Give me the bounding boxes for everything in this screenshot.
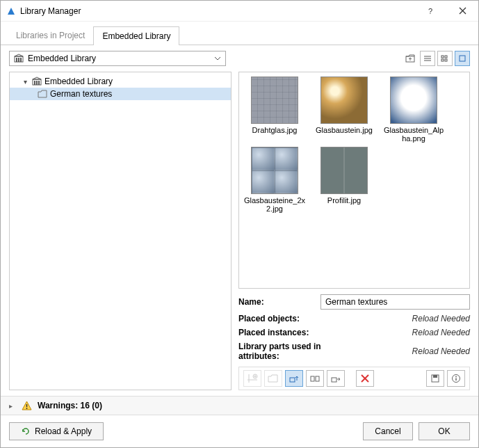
- svg-rect-6: [18, 58, 19, 62]
- reload-apply-button[interactable]: Reload & Apply: [9, 422, 104, 440]
- svg-marker-8: [15, 54, 23, 56]
- library-tree[interactable]: ▾ Embedded Library German textures: [9, 72, 232, 390]
- svg-rect-7: [20, 58, 22, 62]
- library-parts-label: Library parts used in attributes:: [238, 342, 352, 361]
- svg-rect-27: [311, 376, 314, 381]
- move-up-button[interactable]: [285, 370, 303, 387]
- svg-marker-0: [8, 8, 15, 15]
- gallery-toolbar: [238, 367, 470, 390]
- svg-rect-16: [445, 59, 447, 61]
- svg-rect-28: [316, 376, 319, 381]
- svg-rect-19: [34, 81, 35, 85]
- delete-button[interactable]: [356, 370, 374, 387]
- placed-objects-value: Reload Needed: [357, 314, 471, 323]
- svg-point-39: [26, 408, 28, 409]
- thumbnail-label: Glasbausteine_2x2.jpg: [243, 196, 306, 213]
- chevron-down-icon: [214, 56, 221, 61]
- tab-embedded-library[interactable]: Embedded Library: [93, 26, 179, 45]
- svg-rect-17: [460, 56, 465, 61]
- name-input[interactable]: [320, 294, 470, 310]
- window-title: Library Manager: [20, 6, 414, 16]
- thumbnail-image: [320, 77, 368, 124]
- thumbnail-gallery[interactable]: Drahtglas.jpg Glasbaustein.jpg Glasbaust…: [238, 72, 470, 289]
- thumbnail-label: Glasbaustein.jpg: [313, 126, 375, 134]
- save-button[interactable]: [426, 370, 444, 387]
- library-icon: [14, 54, 24, 63]
- reload-icon: [21, 426, 31, 436]
- thumbnail-label: Profilit.jpg: [313, 196, 375, 205]
- help-button[interactable]: ?: [414, 1, 446, 22]
- placed-instances-label: Placed instances:: [238, 328, 352, 337]
- svg-rect-15: [441, 59, 444, 61]
- svg-rect-33: [433, 375, 437, 378]
- view-small-icons-button[interactable]: [437, 51, 453, 66]
- folder-icon: [38, 90, 47, 98]
- svg-rect-14: [445, 56, 447, 58]
- placed-instances-value: Reload Needed: [357, 328, 471, 337]
- thumb-drahtglas[interactable]: Drahtglas.jpg: [243, 77, 306, 143]
- view-list-button[interactable]: [420, 51, 435, 66]
- svg-rect-20: [36, 81, 38, 85]
- thumb-glasbaustein-alpha[interactable]: Glasbaustein_Alpha.png: [382, 77, 445, 143]
- svg-rect-26: [290, 378, 295, 382]
- new-folder-button[interactable]: [264, 370, 282, 387]
- app-icon: [6, 6, 16, 16]
- warnings-text: Warnings: 16 (0): [38, 401, 102, 410]
- svg-rect-13: [441, 56, 444, 58]
- tab-strip: Libraries in Project Embedded Library: [1, 22, 478, 45]
- tree-folder-german-textures[interactable]: German textures: [10, 88, 231, 100]
- name-label: Name:: [238, 297, 315, 307]
- library-selector-label: Embedded Library: [28, 54, 96, 63]
- warning-icon: [22, 401, 32, 410]
- thumbnail-image: [251, 77, 298, 124]
- svg-rect-21: [38, 81, 40, 85]
- svg-rect-5: [16, 58, 17, 62]
- cancel-button[interactable]: Cancel: [363, 422, 413, 440]
- chevron-right-icon: ▸: [9, 402, 16, 410]
- library-icon: [32, 77, 42, 86]
- info-button[interactable]: [447, 370, 465, 387]
- svg-marker-22: [33, 77, 41, 79]
- thumb-glasbaustein[interactable]: Glasbaustein.jpg: [313, 77, 375, 143]
- thumbnail-image: [251, 147, 298, 194]
- warnings-bar[interactable]: ▸ Warnings: 16 (0): [1, 396, 478, 415]
- tree-label: German textures: [50, 89, 112, 99]
- tree-label: Embedded Library: [44, 77, 113, 86]
- new-object-button[interactable]: [243, 370, 261, 387]
- move-out-button[interactable]: [327, 370, 345, 387]
- thumbnail-label: Glasbaustein_Alpha.png: [382, 126, 445, 143]
- svg-rect-29: [332, 378, 336, 382]
- library-parts-value: Reload Needed: [357, 346, 471, 356]
- duplicate-button[interactable]: [306, 370, 324, 387]
- thumbnail-label: Drahtglas.jpg: [243, 126, 306, 134]
- thumbnail-image: [320, 147, 368, 194]
- thumb-glasbausteine-2x2[interactable]: Glasbausteine_2x2.jpg: [243, 147, 306, 213]
- placed-objects-label: Placed objects:: [238, 314, 352, 323]
- tab-libraries-in-project[interactable]: Libraries in Project: [8, 26, 93, 45]
- view-large-icons-button[interactable]: [455, 51, 470, 66]
- thumb-profilit[interactable]: Profilit.jpg: [313, 147, 375, 213]
- close-button[interactable]: [446, 1, 478, 22]
- titlebar: Library Manager ?: [1, 1, 478, 22]
- folder-up-button[interactable]: [403, 51, 418, 66]
- chevron-down-icon: ▾: [21, 78, 29, 86]
- ok-button[interactable]: OK: [419, 422, 470, 440]
- reload-apply-label: Reload & Apply: [35, 426, 92, 436]
- svg-text:?: ?: [428, 7, 432, 15]
- tree-root-embedded-library[interactable]: ▾ Embedded Library: [10, 75, 231, 88]
- svg-point-35: [455, 376, 457, 378]
- library-selector[interactable]: Embedded Library: [9, 51, 226, 66]
- thumbnail-image: [390, 77, 437, 124]
